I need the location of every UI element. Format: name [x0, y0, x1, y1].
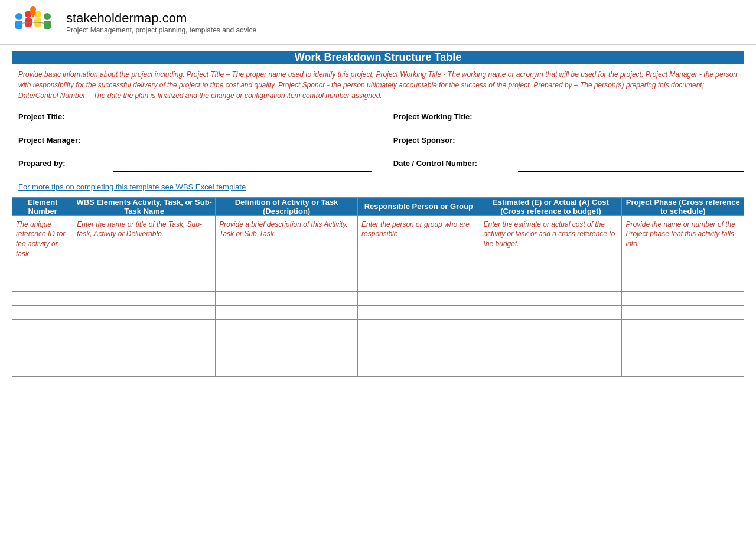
col-header-cost: Estimated (E) or Actual (A) Cost (Cross … — [480, 197, 622, 215]
spacer3 — [372, 155, 387, 171]
project-manager-value[interactable] — [113, 132, 371, 148]
cell-3-5[interactable] — [480, 291, 622, 305]
link-row: For more tips on completing this templat… — [12, 179, 744, 195]
spacer2 — [372, 132, 387, 148]
wbs-excel-link[interactable]: For more tips on completing this templat… — [18, 182, 246, 191]
project-working-title-label: Project Working Title: — [387, 109, 518, 125]
cell-7-6[interactable] — [622, 348, 744, 362]
cell-3-1[interactable] — [12, 291, 73, 305]
cell-1-6[interactable] — [622, 263, 744, 277]
cell-3-6[interactable] — [622, 291, 744, 305]
cell-2-6[interactable] — [622, 277, 744, 291]
cell-6-5[interactable] — [480, 334, 622, 348]
spacer1 — [372, 109, 387, 125]
cell-5-3[interactable] — [216, 319, 358, 334]
col-header-element-number: Element Number — [12, 197, 73, 215]
svg-point-2 — [25, 11, 32, 18]
cell-4-2[interactable] — [73, 305, 216, 319]
site-info: stakeholdermap.com Project Management, p… — [66, 11, 256, 34]
svg-rect-7 — [44, 21, 51, 29]
description-text: Provide basic information about the proj… — [18, 70, 737, 100]
table-row — [12, 277, 744, 291]
cell-5-1[interactable] — [12, 319, 73, 334]
page-title: Work Breakdown Structure Table — [295, 51, 461, 63]
cell-2-3[interactable] — [216, 277, 358, 291]
cell-6-6[interactable] — [622, 334, 744, 348]
cell-6-3[interactable] — [216, 334, 358, 348]
prepared-by-value[interactable] — [113, 155, 371, 171]
cell-6-1[interactable] — [12, 334, 73, 348]
date-control-value[interactable] — [518, 155, 744, 171]
cell-5-4[interactable] — [358, 319, 480, 334]
cell-1-5[interactable] — [480, 263, 622, 277]
cell-6-4[interactable] — [358, 334, 480, 348]
cell-4-4[interactable] — [358, 305, 480, 319]
prepared-by-label: Prepared by: — [12, 155, 113, 171]
cell-8-5[interactable] — [480, 362, 622, 376]
col-header-wbs-elements: WBS Elements Activity, Task, or Sub-Task… — [73, 197, 216, 215]
cell-1-4[interactable] — [358, 263, 480, 277]
svg-point-4 — [34, 11, 41, 18]
cell-3-2[interactable] — [73, 291, 216, 305]
cell-8-3[interactable] — [216, 362, 358, 376]
table-row — [12, 348, 744, 362]
description-row: Provide basic information about the proj… — [12, 64, 744, 106]
cell-1-3[interactable] — [216, 263, 358, 277]
col-header-definition: Definition of Activity or Task (Descript… — [216, 197, 358, 215]
project-working-title-value[interactable] — [518, 109, 744, 125]
site-tagline: Project Management, project planning, te… — [66, 26, 256, 34]
wbs-table: Work Breakdown Structure Table Provide b… — [12, 51, 744, 377]
cell-6-2[interactable] — [73, 334, 216, 348]
guidance-cost: Enter the estimate or actual cost of the… — [480, 215, 622, 263]
cell-4-1[interactable] — [12, 305, 73, 319]
cell-8-4[interactable] — [358, 362, 480, 376]
main-content: Work Breakdown Structure Table Provide b… — [0, 45, 756, 383]
cell-7-1[interactable] — [12, 348, 73, 362]
guidance-phase: Provide the name or number of the Projec… — [622, 215, 744, 263]
cell-4-3[interactable] — [216, 305, 358, 319]
cell-2-2[interactable] — [73, 277, 216, 291]
site-name: stakeholdermap.com — [66, 11, 256, 26]
cell-2-5[interactable] — [480, 277, 622, 291]
cell-8-6[interactable] — [622, 362, 744, 376]
table-row — [12, 334, 744, 348]
page-header: stakeholdermap.com Project Management, p… — [0, 0, 756, 45]
col-header-phase: Project Phase (Cross reference to schedu… — [622, 197, 744, 215]
guidance-wbs-elements: Enter the name or title of the Task, Sub… — [73, 215, 216, 263]
table-row — [12, 362, 744, 376]
svg-point-0 — [15, 13, 22, 20]
cell-8-2[interactable] — [73, 362, 216, 376]
svg-rect-1 — [15, 21, 22, 29]
project-sponsor-value[interactable] — [518, 132, 744, 148]
table-row — [12, 263, 744, 277]
guidance-definition: Provide a brief description of this Acti… — [216, 215, 358, 263]
info-section: Project Title: Project Working Title: Pr… — [12, 109, 744, 195]
cell-4-6[interactable] — [622, 305, 744, 319]
project-sponsor-label: Project Sponsor: — [387, 132, 518, 148]
cell-2-1[interactable] — [12, 277, 73, 291]
cell-7-3[interactable] — [216, 348, 358, 362]
cell-5-2[interactable] — [73, 319, 216, 334]
cell-3-4[interactable] — [358, 291, 480, 305]
cell-2-4[interactable] — [358, 277, 480, 291]
col-header-responsible: Responsible Person or Group — [358, 197, 480, 215]
cell-1-2[interactable] — [73, 263, 216, 277]
project-title-value[interactable] — [113, 109, 371, 125]
svg-point-8 — [30, 6, 36, 12]
title-fields-row: Project Title: Project Working Title: — [12, 109, 744, 125]
cell-8-1[interactable] — [12, 362, 73, 376]
cell-4-5[interactable] — [480, 305, 622, 319]
project-manager-label: Project Manager: — [12, 132, 113, 148]
cell-7-4[interactable] — [358, 348, 480, 362]
cell-3-3[interactable] — [216, 291, 358, 305]
cell-5-6[interactable] — [622, 319, 744, 334]
cell-7-2[interactable] — [73, 348, 216, 362]
project-info-row: Project Title: Project Working Title: Pr… — [12, 106, 744, 198]
column-headers-row: Element Number WBS Elements Activity, Ta… — [12, 197, 744, 215]
date-control-label: Date / Control Number: — [387, 155, 518, 171]
prepared-date-row: Prepared by: Date / Control Number: — [12, 155, 744, 171]
title-row: Work Breakdown Structure Table — [12, 51, 744, 64]
cell-7-5[interactable] — [480, 348, 622, 362]
cell-1-1[interactable] — [12, 263, 73, 277]
cell-5-5[interactable] — [480, 319, 622, 334]
